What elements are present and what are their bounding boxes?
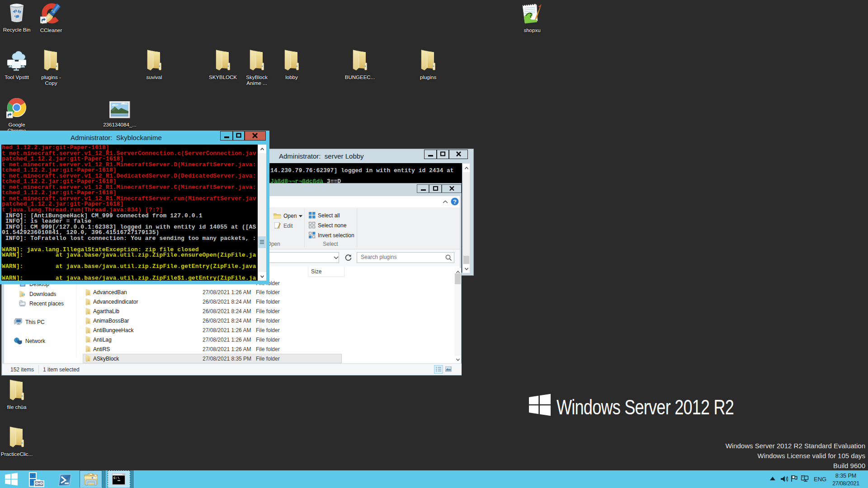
svg-text:?: ? — [453, 198, 457, 205]
svg-text:C:\: C:\ — [113, 476, 120, 480]
